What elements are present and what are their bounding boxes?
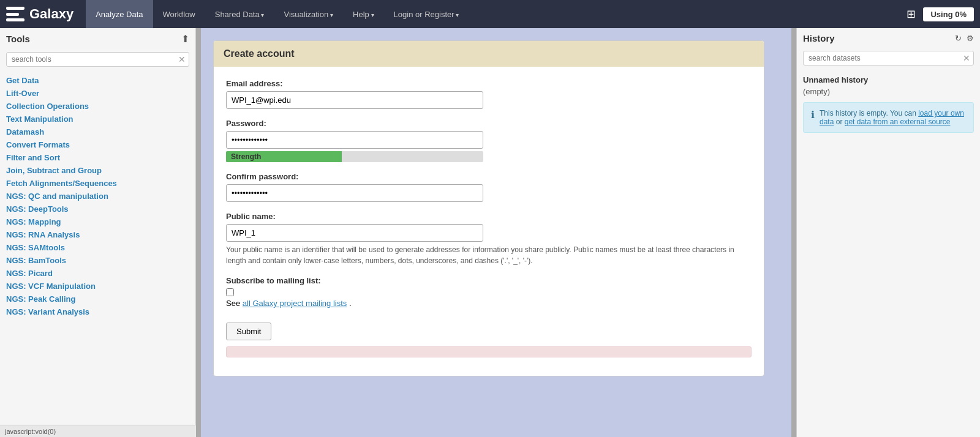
sidebar-item-ngs-bamtools[interactable]: NGS: BamTools xyxy=(6,254,189,267)
history-info-box: ℹ This history is empty. You can load yo… xyxy=(803,102,974,133)
history-search-clear-icon[interactable]: ✕ xyxy=(963,53,970,63)
history-gear-icon[interactable]: ⚙ xyxy=(967,34,974,43)
sidebar-item-get-data[interactable]: Get Data xyxy=(6,74,189,87)
brand: Galaxy xyxy=(6,6,74,22)
sidebar-item-ngs-picard[interactable]: NGS: Picard xyxy=(6,267,189,280)
nav-workflow[interactable]: Workflow xyxy=(153,0,205,28)
sidebar-header: Tools ⬆ xyxy=(0,28,195,50)
public-name-field[interactable] xyxy=(226,224,483,242)
email-group: Email address: xyxy=(226,79,752,109)
public-name-hint: Your public name is an identifier that w… xyxy=(226,244,752,266)
sidebar-item-filter-sort[interactable]: Filter and Sort xyxy=(6,151,189,164)
error-strip xyxy=(226,346,752,357)
mailing-row xyxy=(226,288,752,296)
history-name: Unnamed history xyxy=(803,75,974,84)
sidebar-item-ngs-deeptools[interactable]: NGS: DeepTools xyxy=(6,203,189,215)
history-search-wrap: ✕ xyxy=(797,48,980,70)
history-panel: History ↻ ⚙ ✕ Unnamed history (empty) ℹ … xyxy=(796,28,980,437)
history-info-text: This history is empty. You can load your… xyxy=(820,109,966,126)
nav-shared-data[interactable]: Shared Data xyxy=(205,0,274,28)
using-label: Using 0% xyxy=(923,7,974,21)
mailing-checkbox[interactable] xyxy=(226,288,234,296)
sidebar: Tools ⬆ ✕ Get Data Lift-Over Collection … xyxy=(0,28,196,437)
submit-button[interactable]: Submit xyxy=(226,323,271,340)
sidebar-item-join-subtract-group[interactable]: Join, Subtract and Group xyxy=(6,164,189,177)
main-layout: Tools ⬆ ✕ Get Data Lift-Over Collection … xyxy=(0,28,980,437)
sidebar-item-ngs-qc[interactable]: NGS: QC and manipulation xyxy=(6,190,189,203)
sidebar-item-ngs-peak-calling[interactable]: NGS: Peak Calling xyxy=(6,293,189,305)
nav-analyze-data[interactable]: Analyze Data xyxy=(86,0,153,28)
nav-login-register[interactable]: Login or Register xyxy=(384,0,469,28)
sidebar-item-ngs-vcf[interactable]: NGS: VCF Manipulation xyxy=(6,280,189,293)
email-field[interactable] xyxy=(226,91,483,109)
history-resize-handle[interactable] xyxy=(791,28,796,437)
mailing-label: Subscribe to mailing list: xyxy=(226,276,752,285)
form-panel-title: Create account xyxy=(214,41,764,67)
search-input[interactable] xyxy=(6,52,189,67)
history-title: History xyxy=(803,33,835,43)
create-account-panel: Create account Email address: Password: … xyxy=(213,40,764,376)
sidebar-item-text-manipulation[interactable]: Text Manipulation xyxy=(6,113,189,125)
info-icon: ℹ xyxy=(811,109,815,126)
public-name-label: Public name: xyxy=(226,212,752,221)
nav-help[interactable]: Help xyxy=(343,0,384,28)
sidebar-item-ngs-rna[interactable]: NGS: RNA Analysis xyxy=(6,228,189,241)
status-text: javascript:void(0) xyxy=(5,428,56,435)
sidebar-item-convert-formats[interactable]: Convert Formats xyxy=(6,138,189,151)
sidebar-list: Get Data Lift-Over Collection Operations… xyxy=(0,72,195,437)
sidebar-item-datamash[interactable]: Datamash xyxy=(6,125,189,138)
confirm-password-label: Confirm password: xyxy=(226,172,752,181)
email-label: Email address: xyxy=(226,79,752,88)
history-body: Unnamed history (empty) ℹ This history i… xyxy=(797,70,980,437)
sidebar-title: Tools xyxy=(6,34,30,44)
mailing-see-text: See xyxy=(226,299,240,308)
sidebar-item-fetch-alignments[interactable]: Fetch Alignments/Sequences xyxy=(6,177,189,190)
sidebar-resize-handle[interactable] xyxy=(196,28,201,437)
topnav: Galaxy Analyze Data Workflow Shared Data… xyxy=(0,0,980,28)
history-empty-label: (empty) xyxy=(803,87,974,96)
mailing-link[interactable]: all Galaxy project mailing lists xyxy=(243,299,347,308)
mailing-period: . xyxy=(349,299,352,308)
strength-label: Strength xyxy=(231,152,261,161)
password-label: Password: xyxy=(226,119,752,128)
nav-visualization[interactable]: Visualization xyxy=(274,0,344,28)
grid-icon[interactable]: ⊞ xyxy=(899,7,923,21)
password-group: Password: Strength xyxy=(226,119,752,162)
sidebar-item-ngs-mapping[interactable]: NGS: Mapping xyxy=(6,215,189,228)
content-area: Create account Email address: Password: … xyxy=(201,28,791,437)
history-refresh-icon[interactable]: ↻ xyxy=(955,34,962,43)
upload-icon[interactable]: ⬆ xyxy=(181,33,189,45)
confirm-password-group: Confirm password: xyxy=(226,172,752,202)
get-data-external-link[interactable]: get data from an external source xyxy=(845,118,951,126)
strength-bar-filled: Strength xyxy=(226,151,342,162)
strength-bar-container: Strength xyxy=(226,151,483,162)
sidebar-item-ngs-variant-analysis[interactable]: NGS: Variant Analysis xyxy=(6,305,189,318)
sidebar-search-wrap: ✕ xyxy=(0,50,195,72)
public-name-group: Public name: Your public name is an iden… xyxy=(226,212,752,266)
status-bar: javascript:void(0) xyxy=(0,425,196,437)
mailing-group: Subscribe to mailing list: See all Galax… xyxy=(226,276,752,308)
galaxy-logo-icon xyxy=(6,7,24,21)
sidebar-item-collection-operations[interactable]: Collection Operations xyxy=(6,100,189,113)
search-clear-icon[interactable]: ✕ xyxy=(178,54,186,64)
history-icons: ↻ ⚙ xyxy=(955,34,974,43)
form-panel-body: Email address: Password: Strength Confir xyxy=(214,67,764,376)
brand-name: Galaxy xyxy=(29,6,74,22)
history-or-text: or xyxy=(836,118,843,126)
history-info-main: This history is empty. You can xyxy=(820,109,916,118)
sidebar-item-lift-over[interactable]: Lift-Over xyxy=(6,87,189,100)
history-search-input[interactable] xyxy=(803,51,974,65)
sidebar-item-ngs-samtools[interactable]: NGS: SAMtools xyxy=(6,241,189,254)
history-header: History ↻ ⚙ xyxy=(797,28,980,48)
password-field[interactable] xyxy=(226,131,483,149)
confirm-password-field[interactable] xyxy=(226,184,483,202)
